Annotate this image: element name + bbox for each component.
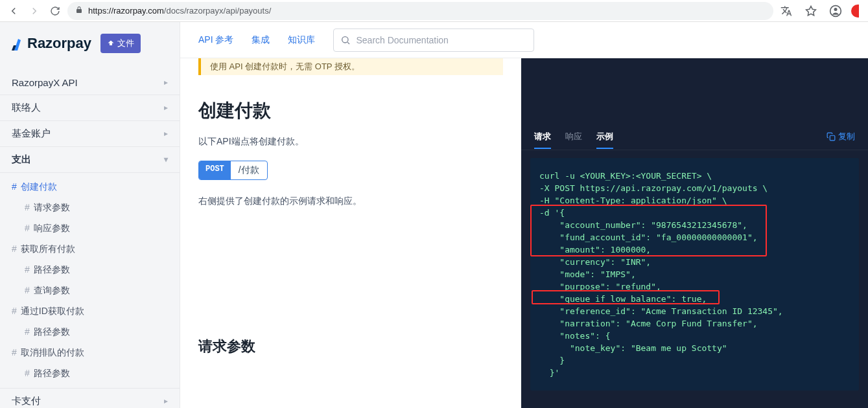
code-tab-example[interactable]: 示例: [596, 124, 613, 149]
sidebar-sublink[interactable]: #路径参数: [0, 322, 180, 343]
article-heading: 创建付款: [198, 98, 503, 123]
chevron-right-icon: ▸: [164, 396, 168, 405]
sidebar-group-active[interactable]: 支出 ▾: [0, 146, 180, 172]
copy-label: 复制: [838, 131, 855, 142]
sidebar-sublink-label: 路径参数: [34, 264, 70, 276]
chevron-right-icon: ▸: [164, 103, 168, 112]
notice-text: 使用 API 创建付款时，无需 OTP 授权。: [210, 61, 360, 73]
sidebar-sublink[interactable]: #路径参数: [0, 260, 180, 280]
sidebar-sublink-label: 响应参数: [34, 223, 70, 234]
address-bar[interactable]: https://razorpay.com/docs/razorpayx/api/…: [67, 2, 773, 20]
sidebar-sublink-label: 获取所有付款: [21, 244, 75, 255]
star-icon[interactable]: [802, 2, 820, 20]
sidebar-nav: RazorpayX API▸联络人▸基金账户▸ 支出 ▾ #创建付款#请求参数#…: [0, 65, 180, 408]
hash-icon: #: [12, 244, 17, 255]
sidebar-group[interactable]: 卡支付 ▸: [0, 388, 180, 408]
hash-icon: #: [12, 306, 17, 317]
chevron-right-icon: ▸: [164, 78, 168, 87]
svg-marker-0: [806, 6, 816, 15]
http-path: /付款: [231, 161, 267, 179]
chevron-right-icon: ▸: [164, 129, 168, 138]
copy-button[interactable]: 复制: [827, 131, 855, 142]
forward-button[interactable]: [26, 3, 43, 19]
sidebar-sublink[interactable]: #取消排队的付款: [0, 343, 180, 363]
sidebar-sublink-label: 查询参数: [34, 285, 70, 297]
sidebar-group-label: 基金账户: [12, 128, 51, 140]
sidebar-header: Razorpay 文件: [0, 22, 180, 65]
notice-banner: 使用 API 创建付款时，无需 OTP 授权。: [198, 58, 503, 75]
sidebar-group-label: 支出: [12, 153, 31, 166]
svg-line-4: [348, 42, 350, 44]
file-button-label: 文件: [117, 38, 134, 49]
sidebar-sublink[interactable]: #通过ID获取付款: [0, 301, 180, 322]
sidebar-sublink[interactable]: #路径参数: [0, 363, 180, 384]
sidebar-sublink[interactable]: #查询参数: [0, 280, 180, 301]
doc-top-bar: API 参考 集成 知识库: [180, 22, 868, 58]
article-desc: 右侧提供了创建付款的示例请求和响应。: [198, 196, 503, 207]
sidebar-sublink-label: 创建付款: [21, 181, 57, 193]
sidebar: Razorpay 文件 RazorpayX API▸联络人▸基金账户▸ 支出 ▾…: [0, 22, 180, 408]
search-box[interactable]: [333, 28, 534, 52]
sidebar-sublink-label: 路径参数: [34, 368, 70, 380]
code-panel: 请求 响应 示例 复制 curl -u <YOUR_KEY>:<YOUR_SEC…: [521, 58, 868, 408]
sidebar-group-label: 联络人: [12, 102, 41, 114]
chevron-down-icon: ▾: [164, 155, 168, 164]
top-tab-api[interactable]: API 参考: [198, 34, 233, 46]
sidebar-sublink[interactable]: #获取所有付款: [0, 239, 180, 260]
logo-text: Razorpay: [27, 35, 91, 52]
code-block[interactable]: curl -u <YOUR_KEY>:<YOUR_SECRET> \ -X PO…: [530, 158, 859, 391]
hash-icon: #: [25, 223, 30, 234]
back-button[interactable]: [5, 3, 22, 19]
profile-icon[interactable]: [827, 2, 845, 20]
svg-rect-5: [830, 135, 835, 141]
sidebar-group-label: RazorpayX API: [12, 77, 78, 88]
sidebar-sublink-active[interactable]: #创建付款: [0, 177, 180, 198]
sidebar-sublink-label: 通过ID获取付款: [21, 306, 84, 317]
http-method: POST: [199, 161, 231, 179]
url-domain: https://razorpay.com: [88, 6, 164, 16]
lock-icon: [75, 6, 83, 16]
browser-address-bar: https://razorpay.com/docs/razorpayx/api/…: [0, 0, 868, 22]
url-path: /docs/razorpayx/api/payouts/: [164, 6, 271, 16]
sidebar-group[interactable]: 联络人▸: [0, 95, 180, 120]
sidebar-sublink-label: 请求参数: [34, 202, 70, 214]
search-input[interactable]: [356, 35, 527, 45]
razorpay-logo[interactable]: Razorpay: [12, 35, 91, 52]
sidebar-sublink-label: 取消排队的付款: [21, 347, 84, 359]
article-lead: 以下API端点将创建付款。: [198, 136, 503, 148]
svg-point-3: [342, 36, 348, 42]
code-tab-request[interactable]: 请求: [534, 124, 551, 149]
reload-button[interactable]: [47, 3, 64, 19]
endpoint-badge: POST /付款: [198, 161, 268, 180]
sidebar-sublink[interactable]: #响应参数: [0, 218, 180, 239]
sidebar-sublink[interactable]: #请求参数: [0, 198, 180, 218]
code-tab-response[interactable]: 响应: [565, 124, 582, 149]
top-tab-integration[interactable]: 集成: [252, 34, 270, 46]
hash-icon: #: [25, 264, 30, 276]
top-tab-knowledge[interactable]: 知识库: [288, 34, 315, 46]
hash-icon: #: [25, 326, 30, 338]
hash-icon: #: [25, 368, 30, 380]
search-icon: [340, 35, 351, 45]
extension-icon[interactable]: [851, 5, 859, 17]
sidebar-group-label: 卡支付: [12, 395, 41, 407]
section-heading: 请求参数: [198, 337, 503, 356]
file-button[interactable]: 文件: [100, 34, 141, 53]
translate-icon[interactable]: [777, 2, 795, 20]
hash-icon: #: [25, 285, 30, 297]
sidebar-group[interactable]: 基金账户▸: [0, 120, 180, 146]
hash-icon: #: [25, 202, 30, 214]
svg-point-2: [834, 8, 838, 11]
article: 使用 API 创建付款时，无需 OTP 授权。 创建付款 以下API端点将创建付…: [180, 58, 521, 408]
code-tabs: 请求 响应 示例 复制: [521, 123, 868, 150]
sidebar-sublink-label: 路径参数: [34, 326, 70, 338]
hash-icon: #: [12, 347, 17, 359]
sidebar-group[interactable]: RazorpayX API▸: [0, 71, 180, 95]
copy-icon: [827, 132, 836, 141]
hash-icon: #: [12, 181, 17, 193]
